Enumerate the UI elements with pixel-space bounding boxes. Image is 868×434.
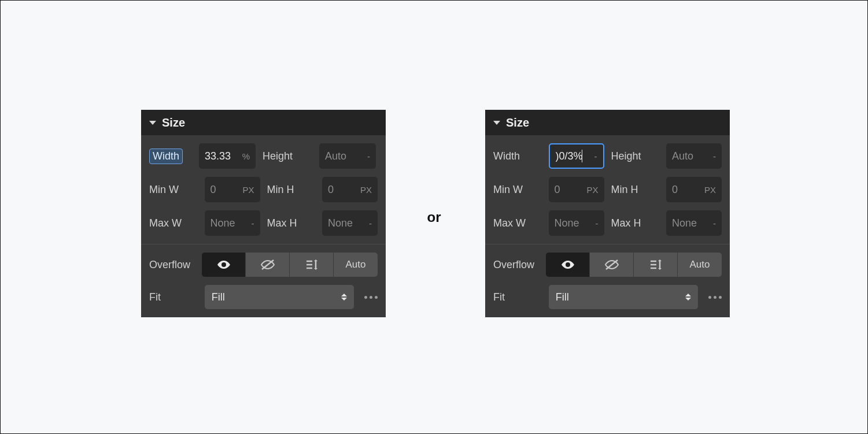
scroll-icon: [649, 258, 663, 271]
min-height-unit[interactable]: PX: [704, 185, 716, 195]
height-placeholder: Auto: [325, 150, 346, 162]
min-height-input[interactable]: 0 PX: [666, 177, 722, 202]
fit-label: Fit: [493, 291, 545, 303]
min-height-placeholder: 0: [328, 184, 334, 196]
max-height-unit[interactable]: -: [713, 218, 716, 228]
min-height-placeholder: 0: [672, 184, 678, 196]
overflow-auto-button[interactable]: Auto: [678, 253, 722, 277]
fit-value: Fill: [556, 291, 569, 303]
height-input[interactable]: Auto -: [319, 143, 376, 169]
width-value: 33.33: [205, 150, 231, 162]
overflow-visible-button[interactable]: [202, 253, 246, 277]
max-height-input[interactable]: None -: [666, 210, 722, 236]
width-label[interactable]: Width: [149, 149, 183, 164]
panel-title: Size: [506, 116, 529, 129]
min-width-unit[interactable]: PX: [586, 185, 598, 195]
width-unit[interactable]: %: [242, 151, 250, 161]
overflow-segmented: Auto: [546, 253, 722, 277]
eye-off-icon: [604, 259, 619, 270]
max-width-input[interactable]: None -: [549, 210, 604, 236]
size-panel-left: Size Width 33.33 % Height Auto - Min W 0…: [141, 110, 386, 317]
overflow-visible-button[interactable]: [546, 253, 590, 277]
min-height-input[interactable]: 0 PX: [322, 177, 378, 202]
max-height-label[interactable]: Max H: [267, 217, 319, 229]
overflow-scroll-button[interactable]: [290, 253, 334, 277]
max-height-label[interactable]: Max H: [611, 217, 663, 229]
height-placeholder: Auto: [672, 150, 693, 162]
more-options-button[interactable]: [364, 296, 378, 299]
max-width-label[interactable]: Max W: [493, 217, 545, 229]
panel-header[interactable]: Size: [485, 110, 730, 135]
overflow-hidden-button[interactable]: [590, 253, 634, 277]
overflow-segmented: Auto: [202, 253, 378, 277]
fit-value: Fill: [212, 291, 225, 303]
max-width-placeholder: None: [555, 217, 579, 229]
min-width-label[interactable]: Min W: [149, 184, 201, 196]
min-width-placeholder: 0: [555, 184, 560, 196]
overflow-auto-label: Auto: [346, 259, 366, 270]
panel-title: Size: [162, 116, 185, 129]
min-width-placeholder: 0: [210, 184, 216, 196]
more-options-button[interactable]: [708, 296, 722, 299]
max-height-unit[interactable]: -: [369, 218, 372, 228]
max-width-label[interactable]: Max W: [149, 217, 201, 229]
max-height-placeholder: None: [672, 217, 697, 229]
overflow-auto-button[interactable]: Auto: [334, 253, 378, 277]
eye-icon: [560, 259, 575, 270]
stepper-icon: [341, 294, 347, 301]
height-label[interactable]: Height: [611, 150, 663, 162]
max-width-input[interactable]: None -: [205, 210, 260, 236]
height-label[interactable]: Height: [263, 150, 316, 162]
collapse-triangle-icon: [149, 121, 156, 125]
width-value: )0/3%: [556, 150, 583, 162]
height-unit[interactable]: -: [367, 151, 370, 161]
min-height-label[interactable]: Min H: [267, 184, 319, 196]
panel-header[interactable]: Size: [141, 110, 386, 135]
width-input[interactable]: )0/3% -: [549, 143, 604, 169]
overflow-auto-label: Auto: [690, 259, 710, 270]
min-width-label[interactable]: Min W: [493, 184, 545, 196]
max-width-unit[interactable]: -: [252, 218, 254, 228]
stepper-icon: [685, 294, 691, 301]
fit-select[interactable]: Fill: [549, 285, 698, 309]
fit-label: Fit: [149, 291, 201, 303]
height-input[interactable]: Auto -: [666, 143, 722, 169]
min-width-unit[interactable]: PX: [242, 185, 254, 195]
overflow-label: Overflow: [493, 259, 542, 271]
max-height-placeholder: None: [328, 217, 353, 229]
eye-off-icon: [260, 259, 275, 270]
fit-select[interactable]: Fill: [205, 285, 354, 309]
separator-text: or: [427, 209, 441, 225]
scroll-icon: [305, 258, 319, 271]
min-width-input[interactable]: 0 PX: [205, 177, 260, 202]
width-unit[interactable]: -: [594, 151, 597, 161]
size-panel-right: Size Width )0/3% - Height Auto - Min W 0…: [485, 110, 730, 317]
overflow-label: Overflow: [149, 259, 198, 271]
max-width-unit[interactable]: -: [596, 218, 599, 228]
min-height-label[interactable]: Min H: [611, 184, 663, 196]
overflow-scroll-button[interactable]: [634, 253, 678, 277]
height-unit[interactable]: -: [713, 151, 716, 161]
collapse-triangle-icon: [493, 121, 500, 125]
width-label[interactable]: Width: [493, 150, 545, 162]
min-width-input[interactable]: 0 PX: [549, 177, 604, 202]
min-height-unit[interactable]: PX: [360, 185, 372, 195]
eye-icon: [216, 259, 231, 270]
width-input[interactable]: 33.33 %: [199, 143, 256, 169]
max-width-placeholder: None: [210, 217, 235, 229]
overflow-hidden-button[interactable]: [246, 253, 290, 277]
text-cursor-icon: [582, 150, 582, 162]
max-height-input[interactable]: None -: [322, 210, 378, 236]
